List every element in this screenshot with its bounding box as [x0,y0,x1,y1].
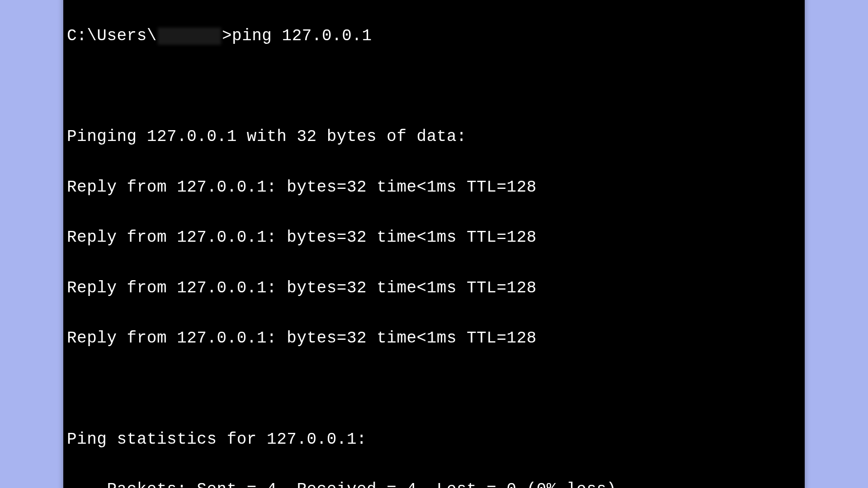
prompt-command: >ping 127.0.0.1 [222,23,372,49]
ping-reply-2: Reply from 127.0.0.1: bytes=32 time<1ms … [67,225,801,250]
terminal-output[interactable]: Microsoft Windows [Version 10.0.19045.45… [63,0,805,488]
blank-line [67,376,801,402]
ping-reply-1: Reply from 127.0.0.1: bytes=32 time<1ms … [67,175,801,200]
ping-reply-3: Reply from 127.0.0.1: bytes=32 time<1ms … [67,276,801,301]
ping-reply-4: Reply from 127.0.0.1: bytes=32 time<1ms … [67,326,801,351]
ping-header: Pinging 127.0.0.1 with 32 bytes of data: [67,124,801,150]
command-prompt-window: C:\. Command Prompt Microsoft Windows [V… [63,0,805,488]
stats-packets: Packets: Sent = 4, Received = 4, Lost = … [67,477,801,488]
stats-header: Ping statistics for 127.0.0.1: [67,427,801,452]
redacted-username [158,28,221,45]
prompt-line: C:\Users\>ping 127.0.0.1 [67,23,801,49]
prompt-prefix: C:\Users\ [67,23,157,49]
screenshot-frame: C:\. Command Prompt Microsoft Windows [V… [36,20,832,468]
blank-line [67,74,801,99]
